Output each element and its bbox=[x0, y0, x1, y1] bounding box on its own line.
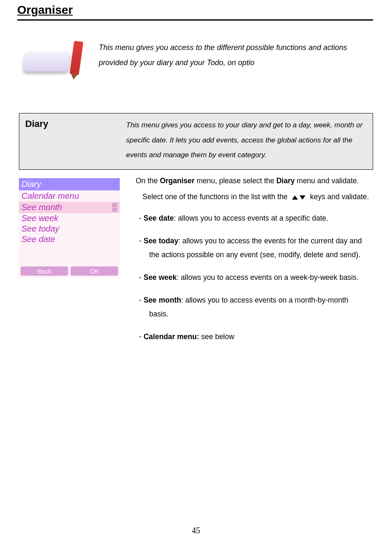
page-number: 45 bbox=[0, 526, 392, 535]
text-continuation: basis. bbox=[139, 307, 373, 321]
feature-see-today: - See today: allows you to access the ev… bbox=[136, 234, 373, 261]
scroll-indicator-icon bbox=[112, 203, 117, 212]
instruction-line-2: Select one of the functions in the list … bbox=[136, 190, 373, 203]
text-fragment: On the bbox=[136, 177, 160, 185]
diary-instructions: On the Organiser menu, please select the… bbox=[136, 174, 373, 353]
text-bold: See week bbox=[144, 273, 177, 282]
screenshot-blank-area bbox=[19, 245, 120, 265]
diary-section-box: Diary This menu gives you access to your… bbox=[19, 113, 373, 170]
ok-button[interactable]: OK bbox=[71, 266, 118, 276]
feature-calendar-menu: - Calendar menu: see below bbox=[136, 330, 373, 343]
text-bold: See month bbox=[144, 296, 181, 304]
page-title: Organiser bbox=[17, 0, 373, 21]
text-continuation: the actions possible on any event (see, … bbox=[139, 248, 373, 261]
screenshot-item[interactable]: See date bbox=[19, 234, 120, 245]
text-bold: Diary bbox=[276, 177, 295, 185]
text-fragment: : allows you to access the events for th… bbox=[178, 237, 362, 245]
feature-see-month: - See month: allows you to access events… bbox=[136, 293, 373, 321]
text-bold: See date bbox=[144, 214, 174, 222]
diary-description: This menu gives you access to your diary… bbox=[126, 118, 367, 163]
back-button[interactable]: Back bbox=[21, 266, 68, 276]
instruction-line-1: On the Organiser menu, please select the… bbox=[136, 174, 373, 187]
text-fragment: : allows you to access events on a week-… bbox=[177, 273, 359, 282]
text-fragment: Select one of the functions in the list … bbox=[142, 192, 289, 201]
up-down-keys-icon bbox=[289, 195, 308, 200]
text-fragment: : allows you to access events on a month… bbox=[181, 296, 348, 304]
intro-text: This menu gives you access to the differ… bbox=[99, 37, 373, 70]
screenshot-selected-label: See month bbox=[21, 203, 62, 212]
screenshot-item[interactable]: See week bbox=[19, 213, 120, 224]
feature-see-week: - See week: allows you to access events … bbox=[136, 271, 373, 284]
text-bold: See today bbox=[144, 237, 179, 245]
screenshot-subheader: Calendar menu bbox=[19, 190, 120, 202]
text-bold: Calendar menu: bbox=[144, 332, 199, 341]
intro-block: This menu gives you access to the differ… bbox=[19, 37, 373, 84]
phone-screenshot: Diary Calendar menu See month See week S… bbox=[19, 178, 120, 277]
text-fragment: keys and validate. bbox=[310, 192, 369, 201]
screenshot-selected-item[interactable]: See month bbox=[19, 202, 120, 213]
screenshot-softkeys: Back OK bbox=[19, 265, 120, 277]
text-fragment: menu, please select the bbox=[195, 177, 276, 185]
screenshot-item[interactable]: See today bbox=[19, 224, 120, 234]
diary-label: Diary bbox=[25, 118, 109, 163]
text-fragment: menu and validate. bbox=[295, 177, 359, 185]
text-fragment: see below bbox=[199, 332, 234, 341]
arrow-up-icon bbox=[292, 195, 298, 200]
text-bold: Organiser bbox=[160, 177, 195, 185]
feature-see-date: - See date: allows you to access events … bbox=[136, 211, 373, 225]
screenshot-header: Diary bbox=[19, 178, 120, 190]
organiser-icon bbox=[19, 37, 82, 84]
diary-body-block: Diary Calendar menu See month See week S… bbox=[19, 174, 373, 353]
text-fragment: : allows you to access events at a speci… bbox=[174, 214, 329, 222]
arrow-down-icon bbox=[300, 195, 305, 200]
